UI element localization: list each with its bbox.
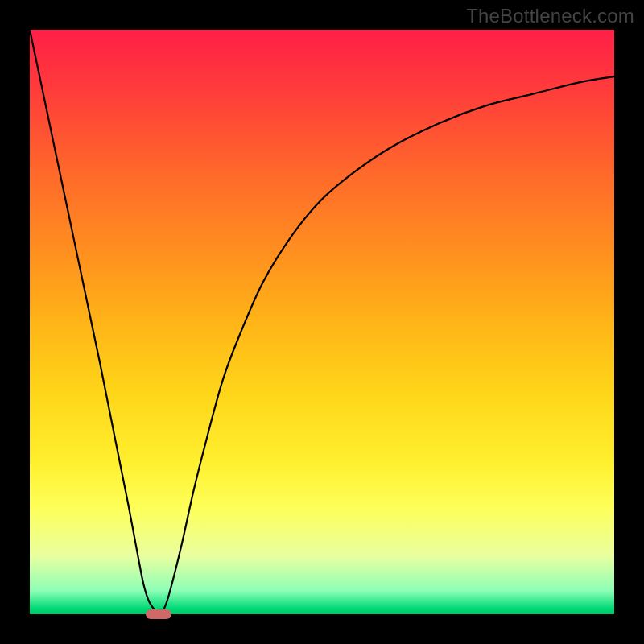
attribution-text: TheBottleneck.com [466,5,634,27]
chart-frame: TheBottleneck.com [0,0,644,644]
curve-left-branch [30,30,159,614]
min-marker [146,609,171,619]
curve-right-branch [159,76,614,614]
plot-area [30,30,614,614]
curve-svg [30,30,614,614]
